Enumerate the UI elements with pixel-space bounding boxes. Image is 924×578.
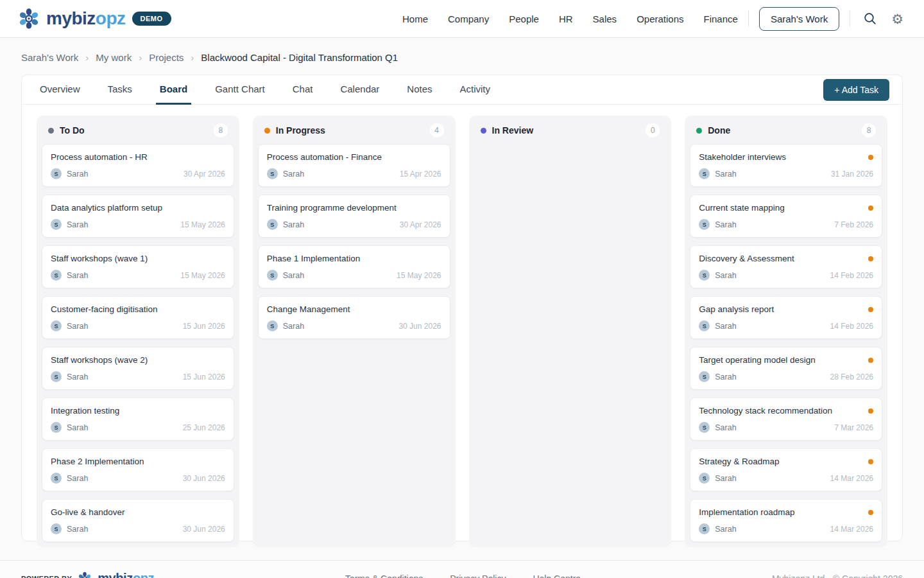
footer-link-terms[interactable]: Terms & Conditions <box>345 574 423 578</box>
task-card[interactable]: Training programme development S Sarah 3… <box>258 195 450 238</box>
task-card[interactable]: Process automation - Finance S Sarah 15 … <box>258 144 450 187</box>
task-card[interactable]: Phase 1 Implementation S Sarah 15 May 20… <box>258 245 450 288</box>
assignee-name: Sarah <box>67 322 88 331</box>
task-title: Strategy & Roadmap <box>699 457 779 466</box>
column-status-dot <box>481 128 486 134</box>
assignee-name: Sarah <box>67 271 88 280</box>
assignee-avatar: S <box>51 219 62 230</box>
nav-item-finance[interactable]: Finance <box>704 13 738 24</box>
column-title: Done <box>708 125 730 136</box>
task-card[interactable]: Data analytics platform setup S Sarah 15… <box>42 195 234 238</box>
tab-board[interactable]: Board <box>156 75 191 105</box>
task-card[interactable]: Integration testing S Sarah 25 Jun 2026 <box>42 398 234 441</box>
gear-icon[interactable]: ⚙ <box>889 10 906 28</box>
column-status-dot <box>48 128 54 134</box>
brand-name: mybizopz <box>46 10 126 28</box>
powered-by: POWERED BY mybizopz <box>21 571 154 578</box>
tab-activity[interactable]: Activity <box>456 75 495 105</box>
task-card[interactable]: Technology stack recommendation S Sarah … <box>690 398 882 441</box>
priority-flag-dot <box>868 307 873 312</box>
assignee-avatar: S <box>51 473 62 484</box>
task-title: Target operating model design <box>699 355 816 365</box>
assignee-avatar: S <box>699 523 710 534</box>
priority-flag-dot <box>868 256 873 261</box>
assignee-name: Sarah <box>715 322 736 331</box>
column-header: In Progress 4 <box>258 116 450 144</box>
assignee-name: Sarah <box>283 322 304 331</box>
due-date: 30 Jun 2026 <box>183 474 225 483</box>
task-title: Process automation - Finance <box>267 152 382 162</box>
footer-link-privacy[interactable]: Privacy Policy <box>450 574 506 578</box>
task-title: Integration testing <box>51 406 119 416</box>
assignee-avatar: S <box>267 320 278 331</box>
column-count-badge: 8 <box>862 123 876 137</box>
tab-notes[interactable]: Notes <box>403 75 436 105</box>
task-title: Staff workshops (wave 2) <box>51 355 148 365</box>
breadcrumb-separator: › <box>85 52 89 63</box>
footer-brand-name: mybizopz <box>98 571 154 578</box>
assignee-name: Sarah <box>283 220 304 229</box>
breadcrumb-item-my-work[interactable]: My work <box>96 52 132 63</box>
nav-item-hr[interactable]: HR <box>559 13 573 24</box>
task-card[interactable]: Go-live & handover S Sarah 30 Jun 2026 <box>42 499 234 542</box>
assignee-name: Sarah <box>283 271 304 280</box>
powered-by-label: POWERED BY <box>21 575 72 578</box>
due-date: 15 Apr 2026 <box>400 170 441 179</box>
breadcrumb-item-workspace[interactable]: Sarah's Work <box>21 52 78 63</box>
task-card[interactable]: Customer-facing digitisation S Sarah 15 … <box>42 296 234 339</box>
nav-item-sales[interactable]: Sales <box>593 13 617 24</box>
due-date: 30 Apr 2026 <box>184 170 225 179</box>
tab-tasks[interactable]: Tasks <box>104 75 136 105</box>
column-title: In Progress <box>276 125 325 136</box>
due-date: 15 Jun 2026 <box>183 372 225 381</box>
task-card[interactable]: Staff workshops (wave 2) S Sarah 15 Jun … <box>42 347 234 390</box>
nav-item-home[interactable]: Home <box>402 13 428 24</box>
footer: POWERED BY mybizopz Terms & Conditions P… <box>0 560 924 578</box>
tab-overview[interactable]: Overview <box>36 75 84 105</box>
tab-calendar[interactable]: Calendar <box>336 75 383 105</box>
main-nav: Home Company People HR Sales Operations … <box>402 13 738 24</box>
search-icon[interactable] <box>860 9 880 28</box>
breadcrumb-item-projects[interactable]: Projects <box>149 52 184 63</box>
nav-item-people[interactable]: People <box>509 13 539 24</box>
assignee-name: Sarah <box>715 525 736 534</box>
breadcrumb-current-project: Blackwood Capital - Digital Transformati… <box>201 52 398 63</box>
tab-chat[interactable]: Chat <box>289 75 317 105</box>
task-card[interactable]: Gap analysis report S Sarah 14 Feb 2026 <box>690 296 882 339</box>
due-date: 31 Jan 2026 <box>831 170 873 179</box>
due-date: 14 Mar 2026 <box>830 525 873 534</box>
brand-logo[interactable]: mybizopz <box>18 8 126 30</box>
task-card[interactable]: Process automation - HR S Sarah 30 Apr 2… <box>42 144 234 187</box>
task-card[interactable]: Stakeholder interviews S Sarah 31 Jan 20… <box>690 144 882 187</box>
due-date: 14 Feb 2026 <box>830 322 873 331</box>
task-card[interactable]: Phase 2 Implementation S Sarah 30 Jun 20… <box>42 448 234 491</box>
assignee-avatar: S <box>51 422 62 433</box>
task-title: Training programme development <box>267 203 397 213</box>
assignee-avatar: S <box>267 219 278 230</box>
assignee-avatar: S <box>267 168 278 179</box>
task-card[interactable]: Target operating model design S Sarah 28… <box>690 347 882 390</box>
tab-gantt-chart[interactable]: Gantt Chart <box>211 75 269 105</box>
footer-copyright: Mybizopz Ltd - © Copyright 2026 <box>772 574 903 578</box>
due-date: 15 May 2026 <box>180 271 225 280</box>
add-task-button[interactable]: + Add Task <box>823 79 889 101</box>
nav-item-company[interactable]: Company <box>448 13 489 24</box>
task-card[interactable]: Staff workshops (wave 1) S Sarah 15 May … <box>42 245 234 288</box>
task-card[interactable]: Current state mapping S Sarah 7 Feb 2026 <box>690 195 882 238</box>
column-status-dot <box>264 128 270 134</box>
task-card[interactable]: Strategy & Roadmap S Sarah 14 Mar 2026 <box>690 448 882 491</box>
breadcrumb-separator: › <box>191 52 194 63</box>
workspace-button[interactable]: Sarah's Work <box>759 7 839 31</box>
assignee-avatar: S <box>51 270 62 281</box>
due-date: 30 Jun 2026 <box>398 322 441 331</box>
task-card[interactable]: Discovery & Assessment S Sarah 14 Feb 20… <box>690 245 882 288</box>
task-card[interactable]: Change Management S Sarah 30 Jun 2026 <box>258 296 450 339</box>
assignee-name: Sarah <box>67 525 88 534</box>
nav-item-operations[interactable]: Operations <box>637 13 683 24</box>
assignee-name: Sarah <box>283 170 304 179</box>
card-list: Process automation - HR S Sarah 30 Apr 2… <box>42 144 234 542</box>
task-card[interactable]: Implementation roadmap S Sarah 14 Mar 20… <box>690 499 882 542</box>
footer-link-help[interactable]: Help Centre <box>533 574 581 578</box>
assignee-name: Sarah <box>715 170 736 179</box>
card-list: Stakeholder interviews S Sarah 31 Jan 20… <box>690 144 882 542</box>
